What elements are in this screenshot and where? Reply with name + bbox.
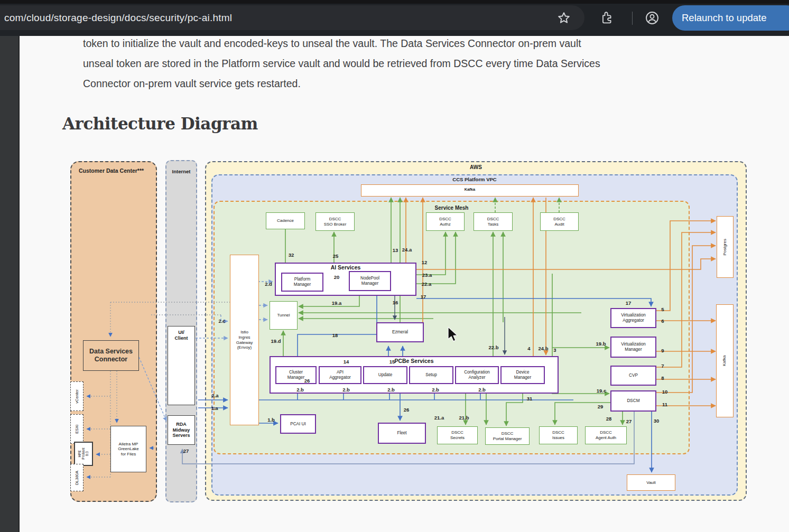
url-text: com/cloud/storage-design/docs/security/p… <box>4 12 232 24</box>
toolbar-divider <box>632 12 633 25</box>
connector-lines <box>0 0 789 532</box>
bookmark-star-icon[interactable] <box>556 11 571 25</box>
relaunch-to-update-button[interactable]: Relaunch to update <box>672 5 789 31</box>
address-bar[interactable]: com/cloud/storage-design/docs/security/p… <box>0 5 584 30</box>
extensions-icon[interactable] <box>599 11 614 25</box>
browser-toolbar: com/cloud/storage-design/docs/security/p… <box>0 0 789 36</box>
window-edge-strip <box>0 36 20 532</box>
browser-window: com/cloud/storage-design/docs/security/p… <box>0 0 789 532</box>
profile-icon[interactable] <box>645 11 660 25</box>
mouse-cursor <box>447 326 461 342</box>
